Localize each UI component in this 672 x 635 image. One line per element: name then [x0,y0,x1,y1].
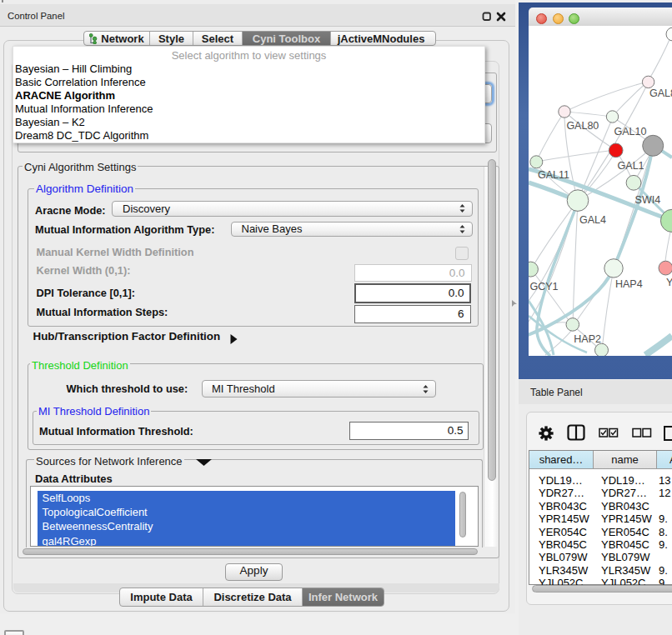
svg-text:HAP4: HAP4 [615,278,643,290]
svg-text:GAL10: GAL10 [614,126,647,138]
svg-text:GAL80: GAL80 [566,120,599,132]
svg-text:YEL: YEL [666,277,672,288]
svg-text:GAL1: GAL1 [618,160,644,172]
svg-text:GCY1: GCY1 [530,281,559,292]
svg-text:SWI4: SWI4 [635,194,661,206]
svg-text:GAL4: GAL4 [579,214,606,226]
svg-text:GAL80: GAL80 [649,88,672,99]
svg-text:GAL11: GAL11 [538,169,569,181]
svg-text:HAP2: HAP2 [574,333,601,345]
